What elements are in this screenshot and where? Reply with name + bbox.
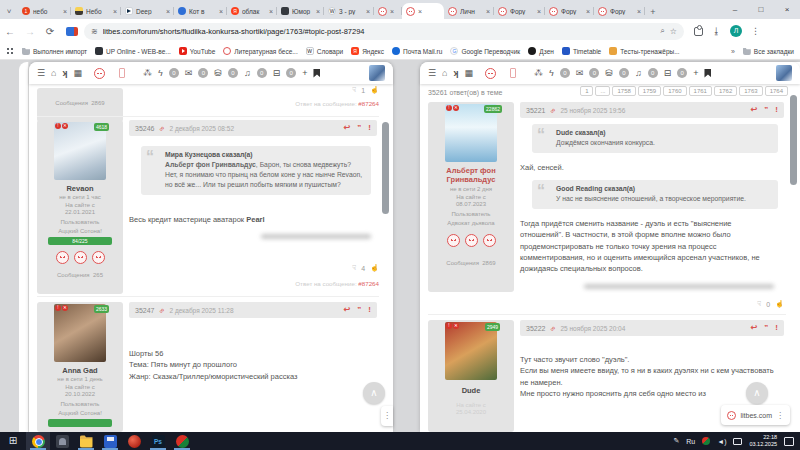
tab-4[interactable]: Кот в× — [174, 3, 227, 19]
reply-link[interactable]: #87264 — [358, 280, 379, 287]
bookmark-item[interactable]: Timetable — [562, 47, 601, 55]
page-button[interactable]: 1764 — [765, 86, 788, 96]
back-icon[interactable]: ← — [0, 26, 20, 37]
scrollbar-thumb[interactable] — [790, 95, 797, 185]
tab-2[interactable]: Небо× — [71, 3, 121, 19]
bookmark-item[interactable]: Выполнен импорт — [22, 47, 87, 55]
report-icon[interactable]: ! — [775, 106, 778, 114]
litbes-logo-icon[interactable] — [94, 68, 105, 79]
quote-icon[interactable]: ” — [764, 324, 768, 332]
username[interactable]: Альберт фон — [428, 166, 514, 175]
scroll-to-top-button[interactable]: ∧ — [363, 382, 385, 404]
notification-center-icon[interactable] — [784, 437, 794, 446]
minimize-button[interactable]: – — [722, 0, 748, 19]
taskbar-chrome[interactable] — [26, 432, 50, 450]
bookmark-item[interactable]: Яндекс — [351, 47, 384, 55]
reply-icon[interactable]: ↩ — [751, 106, 758, 114]
dislike-icon[interactable]: ☟ — [757, 300, 761, 308]
lightning-icon[interactable]: ϟ — [549, 69, 554, 78]
scrollbar-thumb[interactable] — [382, 122, 389, 214]
taskbar-photoshop[interactable]: Ps — [146, 432, 170, 450]
tab-close-icon[interactable]: × — [637, 8, 641, 15]
new-tab-button[interactable]: + — [645, 4, 661, 19]
permalink-icon[interactable]: ∞ — [549, 106, 557, 114]
like-icon[interactable]: ☝ — [370, 264, 379, 272]
add-icon[interactable]: + — [693, 69, 698, 78]
page-button[interactable]: 1763 — [739, 86, 762, 96]
tab-close-icon[interactable]: × — [537, 8, 541, 15]
tray-color-icon[interactable] — [702, 437, 710, 445]
taskbar-app-red[interactable] — [122, 432, 146, 450]
tab-close-icon[interactable]: × — [586, 8, 590, 15]
taskbar-app-redgreen[interactable] — [170, 432, 194, 450]
bell-icon[interactable]: ♫ — [244, 69, 251, 78]
cart-icon[interactable]: ⛁ — [214, 69, 222, 78]
tab-6[interactable]: Юмор× — [277, 3, 324, 19]
litbes-logo-icon[interactable] — [485, 68, 496, 79]
menu-icon[interactable]: ☰ — [428, 69, 436, 78]
user-avatar[interactable] — [776, 65, 792, 81]
forward-icon[interactable]: → — [20, 26, 40, 37]
tab-close-icon[interactable]: × — [113, 8, 117, 15]
profile-avatar[interactable]: Л — [730, 25, 742, 37]
quote-icon[interactable]: ” — [357, 306, 361, 314]
permalink-icon[interactable]: ∞ — [158, 124, 166, 132]
reply-icon[interactable]: ↩ — [751, 324, 758, 332]
downloads-icon[interactable]: ⭳ — [712, 26, 721, 36]
scroll-to-top-button[interactable]: ∧ — [746, 382, 768, 404]
clock[interactable]: 22:18 03.12.2025 — [749, 434, 777, 449]
extensions-icon[interactable] — [694, 27, 703, 36]
reply-link[interactable]: #87264 — [358, 100, 379, 107]
tab-10[interactable]: Личн× — [444, 3, 494, 19]
tab-close-icon[interactable]: × — [418, 8, 422, 15]
vk-icon[interactable]: ʞ — [454, 69, 459, 78]
add-icon[interactable]: + — [302, 69, 307, 78]
tab-close-icon[interactable]: × — [486, 8, 490, 15]
maximize-button[interactable]: □ — [748, 0, 774, 19]
report-icon[interactable]: ! — [775, 324, 778, 332]
tab-close-icon[interactable]: × — [390, 8, 394, 15]
lightning-icon[interactable]: ϟ — [158, 69, 163, 78]
page-button[interactable]: 1760 — [663, 86, 686, 96]
report-icon[interactable]: ! — [368, 124, 371, 132]
tab-12[interactable]: Фору× — [545, 3, 594, 19]
page-button[interactable]: 1762 — [714, 86, 737, 96]
tab-13[interactable]: Фору× — [594, 3, 645, 19]
close-button[interactable]: × — [774, 0, 800, 19]
reading-list-icon[interactable] — [66, 27, 78, 36]
site-chip[interactable]: litbes.com ⋮ — [721, 405, 790, 425]
sitemap-icon[interactable]: ⁂ — [534, 69, 543, 78]
reload-icon[interactable]: ⟳ — [40, 26, 60, 37]
like-icon[interactable]: ☝ — [775, 300, 784, 308]
home-icon[interactable]: ⌂ — [442, 69, 447, 78]
chip-menu-icon[interactable]: ⋮ — [776, 411, 784, 420]
bookmark-item[interactable]: Google Переводчик — [450, 47, 520, 55]
taskbar-explorer[interactable] — [74, 432, 98, 450]
tab-9-active[interactable]: × — [402, 3, 444, 19]
dislike-icon[interactable]: ☟ — [352, 264, 356, 272]
menu-icon[interactable]: ☰ — [37, 69, 45, 78]
like-icon[interactable]: ☝ — [370, 86, 379, 94]
reply-icon[interactable]: ↩ — [344, 306, 351, 314]
bookmark-icon[interactable] — [313, 69, 320, 78]
bookmark-item[interactable]: YouTube — [179, 47, 216, 55]
tab-close-icon[interactable]: × — [316, 8, 320, 15]
tab-3[interactable]: Deep× — [121, 3, 174, 19]
pen-icon[interactable]: ✎ — [673, 437, 679, 445]
messages-icon[interactable]: ✉ — [185, 69, 193, 78]
start-button[interactable]: ⊞ — [0, 432, 26, 450]
language-indicator[interactable]: Ru — [686, 438, 695, 445]
bookmarks-overflow-icon[interactable]: » — [731, 48, 735, 55]
username[interactable]: Гринвальдус — [428, 175, 514, 184]
permalink-icon[interactable]: ∞ — [549, 324, 557, 332]
tab-1[interactable]: небо× — [18, 3, 71, 19]
site-info-icon[interactable]: ≋ — [91, 27, 98, 36]
tab-search-icon[interactable]: ˅ — [0, 4, 18, 19]
dislike-icon[interactable]: ☟ — [352, 86, 356, 94]
page-button[interactable]: 1759 — [638, 86, 661, 96]
quote-icon[interactable]: ” — [357, 124, 361, 132]
permalink-icon[interactable]: ∞ — [158, 306, 166, 314]
page-button[interactable]: 1761 — [689, 86, 712, 96]
tab-11[interactable]: Фору× — [494, 3, 545, 19]
vk-icon[interactable]: ʞ — [63, 69, 68, 78]
